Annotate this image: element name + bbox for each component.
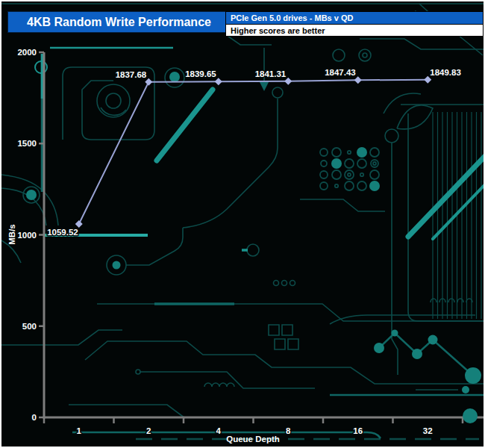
y-tick-label: 0: [32, 413, 37, 422]
y-axis-title: MB/s: [7, 224, 16, 244]
data-point-marker: [215, 78, 222, 85]
x-tick-label: 1: [77, 426, 82, 435]
data-point-marker: [354, 76, 362, 84]
data-point-label: 1847.43: [325, 68, 356, 77]
x-tick-label: 16: [353, 426, 363, 435]
data-point-label: 1059.52: [47, 228, 78, 237]
data-point-marker: [75, 220, 83, 228]
x-axis-title: Queue Depth: [226, 435, 280, 444]
chart-screenshot: 0500100015002000124816321059.521837.6818…: [0, 0, 485, 448]
y-tick-label: 2000: [17, 48, 37, 57]
x-tick-label: 2: [146, 426, 151, 435]
performance-chart: 0500100015002000124816321059.521837.6818…: [1, 1, 485, 448]
y-tick-label: 500: [22, 322, 37, 331]
data-point-marker: [284, 78, 292, 85]
legend-box: PCIe Gen 5.0 drives - MBs v QD Higher sc…: [225, 11, 484, 37]
x-tick-label: 32: [423, 426, 433, 435]
x-tick-label: 8: [286, 426, 291, 435]
data-point-label: 1841.31: [255, 69, 287, 78]
series-line: [79, 80, 428, 224]
legend-note: Higher scores are better: [226, 25, 483, 36]
data-point-marker: [145, 78, 152, 86]
data-point-label: 1849.83: [430, 68, 461, 77]
legend-title: PCIe Gen 5.0 drives - MBs v QD: [226, 12, 483, 25]
data-point-marker: [424, 76, 431, 84]
circuit-pad-dot: [463, 408, 478, 423]
data-point-label: 1839.65: [185, 69, 216, 78]
x-tick-label: 4: [216, 426, 222, 435]
y-tick-label: 1000: [17, 231, 37, 240]
chart-title: 4KB Random Write Performance: [7, 11, 231, 33]
y-tick-label: 1500: [17, 139, 37, 148]
data-point-label: 1837.68: [116, 70, 147, 79]
